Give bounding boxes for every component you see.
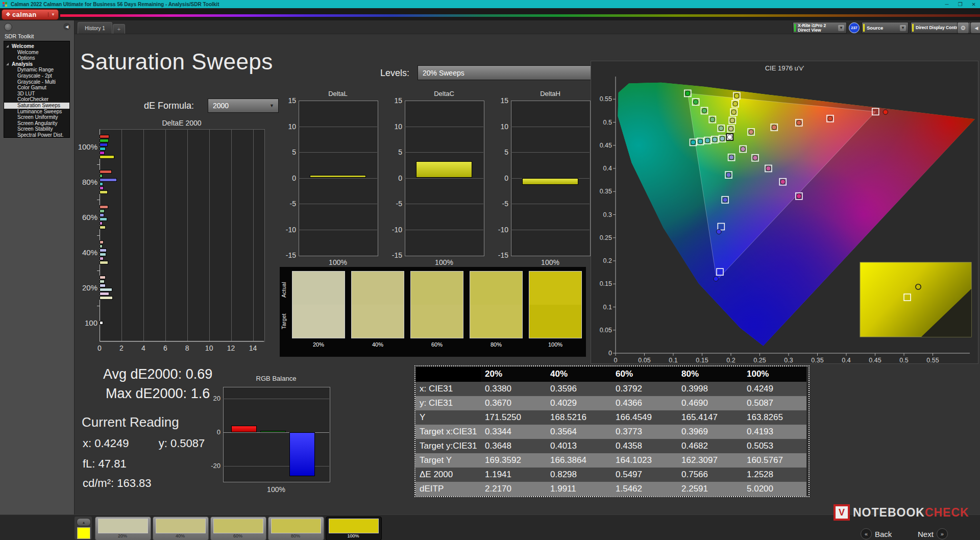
x-tick-label: 6 [160,344,170,352]
display-control-label: Direct Display Control [916,26,961,30]
sidebar-item-screen-angularity[interactable]: Screen Angularity [4,120,69,127]
swatch-label: 100% [529,341,582,348]
svg-text:0: 0 [608,350,612,357]
deltae-bar [100,182,103,186]
sidebar-item-screen-stability[interactable]: Screen Stability [4,126,69,132]
y-tick-label: 0 [391,174,402,182]
sidebar-item-grayscale-multi[interactable]: Grayscale - Multi [4,79,69,85]
deltae-bar-chart: DeltaE 2000 02468101214100%80%60%40%20%1… [77,118,271,358]
deltae-bar [100,213,104,217]
table-cell: 0.3564 [546,425,611,439]
chevron-down-icon: ▼ [270,103,274,108]
table-cell: 1.1941 [481,468,546,482]
deltae-bar [100,240,104,244]
max-de-stat: Max dE2000: 1.6 [106,386,210,402]
sidebar-group-analysis[interactable]: Analysis [4,61,69,67]
current-patch-preview [77,527,90,539]
table-cell: 0.3648 [481,439,546,453]
footer-swatch-chip [98,519,148,533]
eye-icon[interactable]: ▲ [77,518,91,526]
gear-icon[interactable]: ⚙ [957,22,969,34]
sidebar-item-dynamic-range[interactable]: Dynamic Range [4,67,69,73]
sidebar-item-colorchecker[interactable]: ColorChecker [4,96,69,103]
minimize-icon[interactable]: ─ [945,2,949,7]
footer-swatch-100%[interactable]: 100% [326,517,382,540]
meter-status-stripe [794,24,796,32]
footer-swatch-80%[interactable]: 80% [268,517,324,540]
deltah-chart: DeltaH 151050-5-10-15100% [497,90,602,269]
back-button[interactable]: « Back [861,528,892,539]
row-label: y: CIE31 [415,396,481,410]
color-swatch-80% [470,271,523,338]
y-tick-label: 5 [285,148,296,156]
footer-swatch-20%[interactable]: 20% [95,517,151,540]
next-arrow-icon: » [937,528,948,539]
y-tick-label: 5 [391,148,402,156]
y-tick-label: 0 [497,174,508,182]
sidebar-item-options[interactable]: Options [4,55,69,61]
sidebar-item-color-gamut[interactable]: Color Gamut [4,85,69,91]
sidebar-item-welcome[interactable]: Welcome [4,50,69,56]
sidebar-item-saturation-sweeps[interactable]: Saturation Sweeps [4,103,69,109]
deltae-bar [100,178,117,182]
footer-swatch-40%[interactable]: 40% [153,517,209,540]
table-row: Target y:CIE310.36480.40130.43580.46820.… [415,439,806,453]
x-tick-label: 14 [248,344,258,352]
gridline [299,152,377,153]
table-cell: 0.3596 [546,382,611,396]
next-button[interactable]: Next » [918,528,948,539]
svg-text:0.05: 0.05 [600,327,612,334]
deltae-bar [100,135,109,138]
meter-dropdown[interactable]: X-Rite i1Pro 2 Direct View ▼ [793,22,847,34]
maximize-icon[interactable]: ❐ [958,2,963,7]
deltaH-bar [522,178,578,185]
close-icon[interactable]: ✕ [972,2,976,7]
table-cell: 0.3792 [611,382,677,396]
gridline [209,129,210,341]
color-swatch-60% [410,271,463,338]
swatch-actual [352,272,404,305]
swatch-actual [470,272,522,305]
deltae-bar [100,249,107,252]
group-label: 60% [77,213,97,222]
deltae-bar [100,284,106,287]
gridline [511,204,590,204]
table-cell: 162.3097 [677,453,743,468]
table-row: dEITP2.21701.99111.54622.25915.0200 [415,482,806,496]
deltaL-plot [299,101,378,256]
sidebar-item-screen-uniformity[interactable]: Screen Uniformity [4,114,69,120]
y-tick-label: 10 [285,122,296,131]
footer-swatch-60%[interactable]: 60% [210,517,266,540]
table-row: Target x:CIE310.33440.35640.37730.39690.… [415,425,806,439]
table-cell: 0.4249 [743,382,806,396]
notebookcheck-watermark: V NOTEBOOKCHECK [834,504,969,521]
tab-history-1[interactable]: History 1 [78,22,112,34]
y-tick-label: 10 [497,122,508,131]
rgb-balance-chart: RGB Balance 200-20100% [203,373,356,498]
collapse-panel-icon[interactable]: ◀ [970,22,980,34]
levels-dropdown[interactable]: 20% Sweeps ▼ [418,65,600,80]
add-tab-button[interactable]: + [113,24,125,34]
sidebar-item-luminance-sweeps[interactable]: Luminance Sweeps [4,109,69,115]
current-xy: x: 0.4249 y: 0.5087 [83,437,205,450]
source-dropdown[interactable]: Source ▼ [862,22,909,34]
y-tick-label: -15 [497,251,508,259]
de-formula-dropdown[interactable]: 2000 ▼ [208,99,279,113]
workflow-options-button[interactable] [4,23,12,31]
deltae-bar [100,321,103,325]
calman-menu-button[interactable]: ❖ calman ▼ [2,9,59,20]
table-cell: 164.1023 [611,453,677,468]
sidebar-item-spectral-power-dist-[interactable]: Spectral Power Dist. [4,132,69,138]
rgb-bar-blue [289,432,315,476]
y-tick-label: 5 [497,148,508,156]
sidebar-group-welcome[interactable]: Welcome [4,43,69,50]
table-header: 60% [611,366,677,382]
sidebar-collapse-icon[interactable]: ◀ [63,23,70,30]
group-label: 100% [77,142,97,151]
group-label: 80% [77,178,97,186]
sidebar-item-grayscale-2pt[interactable]: Grayscale - 2pt [4,73,69,79]
svg-text:0.5: 0.5 [603,119,612,126]
sidebar-item-3d-lut[interactable]: 3D LUT [4,91,69,97]
table-cell: 0.8298 [546,468,611,482]
svg-text:0.15: 0.15 [600,280,612,287]
